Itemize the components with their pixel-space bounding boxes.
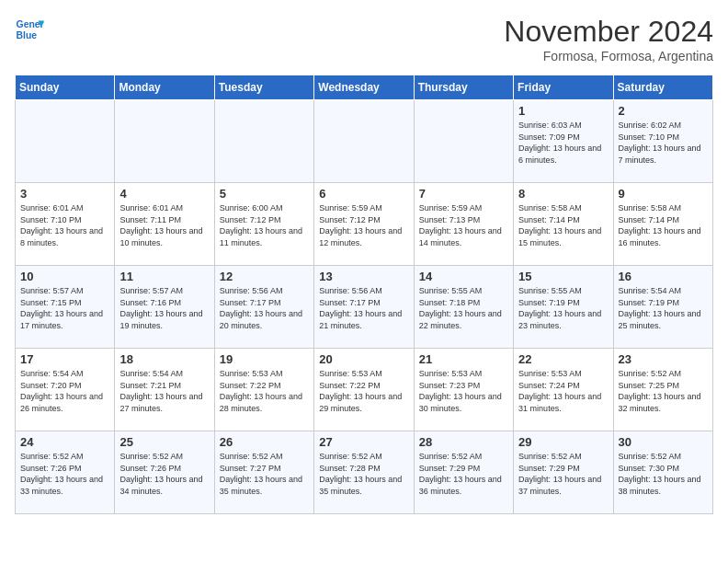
day-number: 21 (419, 352, 508, 366)
day-number: 2 (619, 104, 708, 118)
day-info: Sunrise: 6:00 AM Sunset: 7:12 PM Dayligh… (220, 202, 309, 248)
svg-text:Blue: Blue (17, 30, 38, 40)
day-info: Sunrise: 6:02 AM Sunset: 7:10 PM Dayligh… (619, 120, 708, 166)
calendar-cell: 23Sunrise: 5:52 AM Sunset: 7:25 PM Dayli… (613, 349, 712, 431)
day-number: 15 (518, 270, 608, 283)
calendar-cell: 5Sunrise: 6:00 AM Sunset: 7:12 PM Daylig… (214, 183, 313, 266)
day-header-thursday: Thursday (414, 75, 513, 100)
day-number: 8 (518, 187, 608, 201)
day-number: 4 (119, 187, 209, 201)
calendar-cell: 10Sunrise: 5:57 AM Sunset: 7:15 PM Dayli… (16, 266, 115, 349)
day-number: 26 (220, 435, 309, 449)
calendar-body: 1Sunrise: 6:03 AM Sunset: 7:09 PM Daylig… (16, 100, 713, 514)
month-title: November 2024 (504, 15, 713, 49)
logo: General Blue (15, 15, 44, 44)
week-row-1: 3Sunrise: 6:01 AM Sunset: 7:10 PM Daylig… (16, 183, 713, 266)
day-info: Sunrise: 5:52 AM Sunset: 7:28 PM Dayligh… (319, 451, 408, 497)
day-info: Sunrise: 5:56 AM Sunset: 7:17 PM Dayligh… (220, 285, 309, 331)
day-info: Sunrise: 5:53 AM Sunset: 7:22 PM Dayligh… (220, 368, 309, 414)
day-number: 9 (619, 187, 708, 201)
day-info: Sunrise: 5:56 AM Sunset: 7:17 PM Dayligh… (319, 285, 408, 331)
day-number: 30 (619, 435, 708, 449)
calendar-cell: 24Sunrise: 5:52 AM Sunset: 7:26 PM Dayli… (16, 431, 115, 514)
day-info: Sunrise: 5:53 AM Sunset: 7:22 PM Dayligh… (319, 368, 408, 414)
calendar-cell: 6Sunrise: 5:59 AM Sunset: 7:12 PM Daylig… (314, 183, 414, 266)
day-number: 7 (419, 187, 508, 201)
day-number: 22 (518, 352, 608, 366)
day-number: 10 (20, 270, 109, 283)
calendar-cell: 15Sunrise: 5:55 AM Sunset: 7:19 PM Dayli… (514, 266, 613, 349)
day-info: Sunrise: 5:52 AM Sunset: 7:27 PM Dayligh… (220, 451, 309, 497)
day-info: Sunrise: 5:55 AM Sunset: 7:18 PM Dayligh… (419, 285, 508, 331)
calendar-table: SundayMondayTuesdayWednesdayThursdayFrid… (15, 75, 713, 514)
day-info: Sunrise: 5:59 AM Sunset: 7:13 PM Dayligh… (419, 202, 508, 248)
day-number: 19 (220, 352, 309, 366)
day-number: 20 (319, 352, 408, 366)
day-info: Sunrise: 5:52 AM Sunset: 7:30 PM Dayligh… (619, 451, 708, 497)
day-info: Sunrise: 6:03 AM Sunset: 7:09 PM Dayligh… (518, 120, 608, 166)
calendar-cell (414, 100, 513, 183)
calendar-cell: 30Sunrise: 5:52 AM Sunset: 7:30 PM Dayli… (613, 431, 712, 514)
day-info: Sunrise: 5:58 AM Sunset: 7:14 PM Dayligh… (619, 202, 708, 248)
calendar-cell: 22Sunrise: 5:53 AM Sunset: 7:24 PM Dayli… (514, 349, 613, 431)
day-number: 11 (119, 270, 209, 283)
location: Formosa, Formosa, Argentina (504, 49, 713, 63)
day-number: 16 (619, 270, 708, 283)
title-area: November 2024 Formosa, Formosa, Argentin… (504, 15, 713, 63)
day-number: 29 (518, 435, 608, 449)
calendar-cell (314, 100, 414, 183)
calendar-cell: 2Sunrise: 6:02 AM Sunset: 7:10 PM Daylig… (613, 100, 712, 183)
day-number: 23 (619, 352, 708, 366)
day-number: 27 (319, 435, 408, 449)
day-header-saturday: Saturday (613, 75, 712, 100)
day-number: 24 (20, 435, 109, 449)
day-info: Sunrise: 5:52 AM Sunset: 7:25 PM Dayligh… (619, 368, 708, 414)
calendar-cell: 1Sunrise: 6:03 AM Sunset: 7:09 PM Daylig… (514, 100, 613, 183)
day-header-monday: Monday (115, 75, 214, 100)
day-info: Sunrise: 5:54 AM Sunset: 7:20 PM Dayligh… (20, 368, 109, 414)
day-header-wednesday: Wednesday (314, 75, 414, 100)
calendar-cell: 16Sunrise: 5:54 AM Sunset: 7:19 PM Dayli… (613, 266, 712, 349)
day-header-tuesday: Tuesday (214, 75, 313, 100)
calendar-cell: 18Sunrise: 5:54 AM Sunset: 7:21 PM Dayli… (115, 349, 214, 431)
calendar-cell: 3Sunrise: 6:01 AM Sunset: 7:10 PM Daylig… (16, 183, 115, 266)
day-number: 1 (518, 104, 608, 118)
calendar-header: SundayMondayTuesdayWednesdayThursdayFrid… (16, 75, 713, 100)
calendar-cell (214, 100, 313, 183)
calendar-cell: 14Sunrise: 5:55 AM Sunset: 7:18 PM Dayli… (414, 266, 513, 349)
day-number: 5 (220, 187, 309, 201)
day-info: Sunrise: 5:54 AM Sunset: 7:19 PM Dayligh… (619, 285, 708, 331)
logo-icon: General Blue (15, 15, 44, 44)
calendar-cell: 26Sunrise: 5:52 AM Sunset: 7:27 PM Dayli… (214, 431, 313, 514)
day-info: Sunrise: 5:52 AM Sunset: 7:29 PM Dayligh… (419, 451, 508, 497)
day-info: Sunrise: 5:53 AM Sunset: 7:24 PM Dayligh… (518, 368, 608, 414)
page-header: General Blue November 2024 Formosa, Form… (15, 15, 713, 63)
calendar-cell: 19Sunrise: 5:53 AM Sunset: 7:22 PM Dayli… (214, 349, 313, 431)
day-number: 17 (20, 352, 109, 366)
day-number: 3 (20, 187, 109, 201)
day-info: Sunrise: 5:52 AM Sunset: 7:26 PM Dayligh… (119, 451, 209, 497)
day-header-sunday: Sunday (16, 75, 115, 100)
calendar-cell: 9Sunrise: 5:58 AM Sunset: 7:14 PM Daylig… (613, 183, 712, 266)
calendar-cell: 11Sunrise: 5:57 AM Sunset: 7:16 PM Dayli… (115, 266, 214, 349)
day-number: 12 (220, 270, 309, 283)
day-info: Sunrise: 5:54 AM Sunset: 7:21 PM Dayligh… (119, 368, 209, 414)
calendar-cell (115, 100, 214, 183)
day-info: Sunrise: 5:52 AM Sunset: 7:29 PM Dayligh… (518, 451, 608, 497)
calendar-cell: 20Sunrise: 5:53 AM Sunset: 7:22 PM Dayli… (314, 349, 414, 431)
calendar-cell: 17Sunrise: 5:54 AM Sunset: 7:20 PM Dayli… (16, 349, 115, 431)
calendar-cell: 28Sunrise: 5:52 AM Sunset: 7:29 PM Dayli… (414, 431, 513, 514)
calendar-cell: 27Sunrise: 5:52 AM Sunset: 7:28 PM Dayli… (314, 431, 414, 514)
week-row-4: 24Sunrise: 5:52 AM Sunset: 7:26 PM Dayli… (16, 431, 713, 514)
week-row-3: 17Sunrise: 5:54 AM Sunset: 7:20 PM Dayli… (16, 349, 713, 431)
day-header-friday: Friday (514, 75, 613, 100)
calendar-cell: 21Sunrise: 5:53 AM Sunset: 7:23 PM Dayli… (414, 349, 513, 431)
day-info: Sunrise: 6:01 AM Sunset: 7:10 PM Dayligh… (20, 202, 109, 248)
day-info: Sunrise: 5:57 AM Sunset: 7:15 PM Dayligh… (20, 285, 109, 331)
calendar-cell: 13Sunrise: 5:56 AM Sunset: 7:17 PM Dayli… (314, 266, 414, 349)
calendar-cell: 25Sunrise: 5:52 AM Sunset: 7:26 PM Dayli… (115, 431, 214, 514)
days-row: SundayMondayTuesdayWednesdayThursdayFrid… (16, 75, 713, 100)
day-number: 6 (319, 187, 408, 201)
day-number: 13 (319, 270, 408, 283)
day-number: 28 (419, 435, 508, 449)
